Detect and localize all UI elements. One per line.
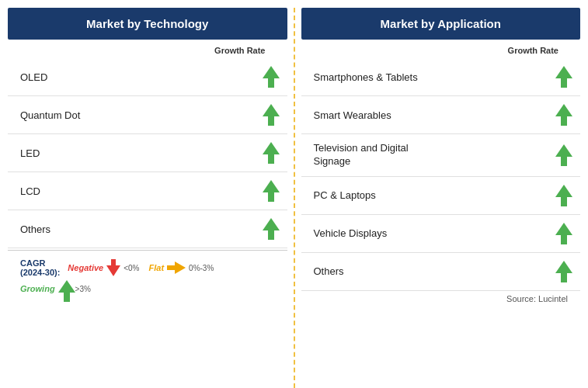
- app-label-smartphones: Smartphones & Tablets: [314, 71, 556, 83]
- tech-label-lcd: LCD: [20, 185, 263, 197]
- growing-arrow-icon: [58, 280, 72, 297]
- pc-growth-arrow: [555, 185, 572, 206]
- app-label-others: Others: [314, 265, 556, 277]
- quantum-growth-arrow: [263, 104, 280, 126]
- flat-value: 0%-3%: [189, 264, 214, 272]
- tech-row-others: Others: [8, 210, 287, 248]
- tech-row-quantum: Quantum Dot: [8, 96, 287, 134]
- flat-label: Flat: [149, 263, 165, 272]
- source-row: Source: Lucintel: [301, 291, 581, 310]
- app-row-wearables: Smart Wearables: [301, 96, 581, 134]
- tech-label-led: LED: [20, 147, 263, 159]
- legend-flat: Flat 0%-3%: [149, 262, 214, 274]
- cagr-label: CAGR(2024-30):: [20, 258, 60, 277]
- app-label-wearables: Smart Wearables: [314, 109, 556, 121]
- oled-growth-arrow: [263, 66, 280, 88]
- left-panel-header: Market by Technology: [8, 8, 287, 40]
- panel-divider: [294, 8, 295, 388]
- growing-value: >3%: [75, 285, 91, 293]
- led-growth-arrow: [263, 142, 280, 164]
- lcd-growth-arrow: [263, 180, 280, 202]
- flat-arrow-icon: [167, 262, 186, 274]
- negative-value: <0%: [124, 264, 139, 272]
- vehicle-growth-arrow: [555, 223, 572, 244]
- right-growth-label-row: Growth Rate: [301, 40, 581, 58]
- others-app-growth-arrow: [555, 261, 572, 282]
- app-row-smartphones: Smartphones & Tablets: [301, 58, 581, 96]
- tech-row-oled: OLED: [8, 58, 287, 96]
- smartphones-growth-arrow: [555, 66, 572, 88]
- tech-row-lcd: LCD: [8, 172, 287, 210]
- tech-label-quantum: Quantum Dot: [20, 109, 263, 121]
- right-growth-label: Growth Rate: [508, 46, 558, 55]
- legend-row: CAGR(2024-30): Negative <0% Flat 0%-3% G…: [8, 250, 287, 303]
- legend-growing: Growing >3%: [20, 280, 91, 297]
- app-row-vehicle: Vehicle Displays: [301, 215, 581, 253]
- legend-negative: Negative <0%: [68, 259, 139, 276]
- app-label-pc: PC & Laptops: [314, 189, 556, 201]
- app-label-television: Television and DigitalSignage: [314, 142, 556, 168]
- others-tech-growth-arrow: [263, 218, 280, 240]
- source-text: Source: Lucintel: [506, 294, 568, 303]
- right-panel-header: Market by Application: [301, 8, 581, 40]
- app-row-others: Others: [301, 253, 581, 291]
- left-growth-label-row: Growth Rate: [8, 40, 287, 58]
- wearables-growth-arrow: [555, 104, 572, 126]
- negative-arrow-icon: [106, 259, 120, 276]
- app-row-pc: PC & Laptops: [301, 177, 581, 215]
- tech-label-others: Others: [20, 223, 263, 235]
- main-container: Market by Technology Growth Rate OLED Qu…: [0, 0, 588, 388]
- left-growth-label: Growth Rate: [214, 46, 265, 55]
- app-row-television: Television and DigitalSignage: [301, 134, 581, 177]
- growing-label: Growing: [20, 284, 55, 293]
- tech-row-led: LED: [8, 134, 287, 172]
- tech-label-oled: OLED: [20, 71, 263, 83]
- right-panel: Market by Application Growth Rate Smartp…: [301, 8, 581, 388]
- app-label-vehicle: Vehicle Displays: [314, 227, 556, 239]
- television-growth-arrow: [555, 144, 572, 166]
- negative-label: Negative: [68, 263, 103, 272]
- left-panel: Market by Technology Growth Rate OLED Qu…: [8, 8, 287, 388]
